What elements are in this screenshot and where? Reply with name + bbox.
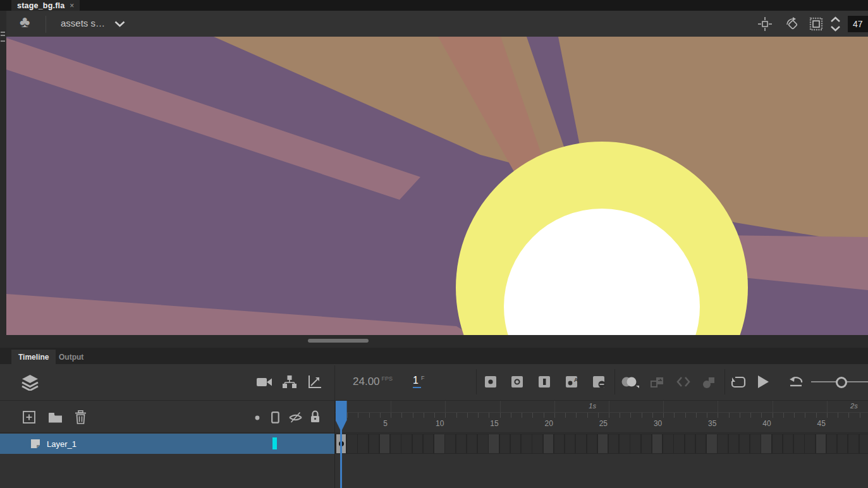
layer-row[interactable]: Layer_1 — [0, 434, 335, 454]
frame-cell[interactable] — [424, 434, 433, 453]
ruler-frame-tick — [478, 413, 479, 418]
frame-cell[interactable] — [707, 434, 716, 453]
scrollbar-thumb[interactable] — [308, 339, 369, 343]
fps-field[interactable]: 24.00FPS — [353, 375, 393, 388]
frame-area[interactable] — [335, 434, 868, 454]
frame-cell[interactable] — [587, 434, 597, 453]
document-tab[interactable]: stage_bg.fla × — [11, 0, 80, 11]
frame-cell[interactable] — [598, 434, 608, 453]
frame-cell[interactable] — [750, 434, 760, 453]
close-icon[interactable]: × — [70, 2, 74, 9]
club-scene-icon[interactable]: ♣ — [20, 13, 30, 31]
frame-cell[interactable] — [456, 434, 466, 453]
frame-cell[interactable] — [794, 434, 804, 453]
loop-icon[interactable] — [731, 375, 746, 389]
frame-cell[interactable] — [478, 434, 487, 453]
frame-cell[interactable] — [413, 434, 422, 453]
frame-cell[interactable] — [500, 434, 510, 453]
current-frame-field[interactable]: 1F — [413, 375, 424, 386]
blank-keyframe-icon[interactable] — [511, 376, 523, 387]
tween-frames-icon[interactable] — [651, 376, 664, 389]
keyframe-icon[interactable] — [485, 376, 496, 387]
ruler-frame-tick — [380, 413, 381, 418]
frame-cell[interactable] — [773, 434, 782, 453]
frame-cell[interactable] — [380, 434, 389, 453]
frame-cell[interactable] — [663, 434, 673, 453]
insert-frame-icon[interactable] — [539, 376, 550, 387]
frame-cell[interactable] — [369, 434, 379, 453]
symbol-name-label[interactable]: assets s… — [61, 18, 105, 28]
layer-name[interactable]: Layer_1 — [47, 439, 76, 449]
new-folder-icon[interactable] — [48, 412, 63, 423]
lock-icon[interactable] — [310, 410, 321, 424]
return-start-icon[interactable] — [788, 375, 804, 388]
frame-cell[interactable] — [838, 434, 847, 453]
frame-cell[interactable] — [609, 434, 618, 453]
onion-skin-icon[interactable] — [621, 376, 640, 388]
frame-cell[interactable] — [783, 434, 793, 453]
frame-cell[interactable] — [805, 434, 814, 453]
zoom-slider-knob[interactable] — [836, 377, 847, 388]
outline-icon[interactable] — [271, 412, 279, 424]
tween-symbol-icon[interactable] — [702, 376, 716, 389]
frame-cell[interactable] — [816, 434, 826, 453]
graph-icon[interactable] — [308, 375, 322, 389]
add-layer-icon[interactable] — [23, 411, 35, 424]
frame-cell[interactable] — [532, 434, 542, 453]
panel-grip-icon[interactable] — [1, 32, 5, 42]
rotate-view-icon[interactable] — [785, 16, 800, 32]
frame-cell[interactable] — [860, 434, 868, 453]
frame-cell[interactable] — [642, 434, 651, 453]
zoom-value-field[interactable]: 47 — [848, 16, 868, 32]
panel-split-divider[interactable] — [334, 401, 335, 488]
frame-cell[interactable] — [565, 434, 575, 453]
frame-cell[interactable] — [729, 434, 738, 453]
frame-cell[interactable] — [674, 434, 683, 453]
frame-cell[interactable] — [554, 434, 564, 453]
remove-frame-icon[interactable] — [593, 376, 604, 387]
frame-cell[interactable] — [544, 434, 553, 453]
stepper-icon[interactable] — [830, 16, 841, 32]
frame-cell[interactable] — [630, 434, 640, 453]
frame-cell[interactable] — [718, 434, 727, 453]
frame-cell[interactable] — [511, 434, 520, 453]
frame-cell[interactable] — [685, 434, 695, 453]
hide-eye-icon[interactable] — [288, 412, 303, 424]
camera-icon[interactable] — [257, 377, 272, 387]
frame-cell[interactable] — [827, 434, 836, 453]
ruler-frame-tick — [630, 413, 631, 418]
frame-cell[interactable] — [391, 434, 400, 453]
frame-cell[interactable] — [467, 434, 477, 453]
tab-timeline[interactable]: Timeline — [11, 350, 56, 364]
frame-cell[interactable] — [740, 434, 749, 453]
stage-canvas[interactable] — [6, 37, 868, 335]
hierarchy-icon[interactable] — [283, 375, 296, 389]
frame-cell[interactable] — [401, 434, 411, 453]
play-icon[interactable] — [758, 375, 769, 388]
horizontal-scrollbar[interactable] — [0, 335, 868, 348]
frame-cell[interactable] — [696, 434, 706, 453]
layer-outline-swatch[interactable] — [272, 437, 277, 449]
tween-angles-icon[interactable] — [676, 376, 690, 387]
chevron-down-icon[interactable] — [114, 21, 125, 27]
timeline-ruler[interactable]: 510152025303540451s2s — [335, 401, 868, 433]
frame-cell[interactable] — [848, 434, 858, 453]
frame-cell[interactable] — [434, 434, 444, 453]
tab-output[interactable]: Output — [52, 350, 90, 364]
frame-cell[interactable] — [445, 434, 455, 453]
frame-cell[interactable] — [620, 434, 629, 453]
highlight-dot-icon[interactable] — [255, 415, 260, 420]
registration-grid-icon[interactable] — [758, 17, 772, 31]
delete-layer-icon[interactable] — [75, 410, 87, 424]
frame-cell[interactable] — [652, 434, 662, 453]
frame-cell[interactable] — [358, 434, 367, 453]
clip-content-icon[interactable] — [809, 17, 823, 31]
frame-cell[interactable] — [489, 434, 498, 453]
frame-cell[interactable] — [522, 434, 531, 453]
layers-icon[interactable] — [21, 374, 39, 391]
frame-cell[interactable] — [347, 434, 357, 453]
frame-cell[interactable] — [761, 434, 771, 453]
ruler-frame-tick — [489, 413, 489, 418]
auto-keyframe-icon[interactable]: A — [566, 376, 577, 387]
frame-cell[interactable] — [576, 434, 585, 453]
